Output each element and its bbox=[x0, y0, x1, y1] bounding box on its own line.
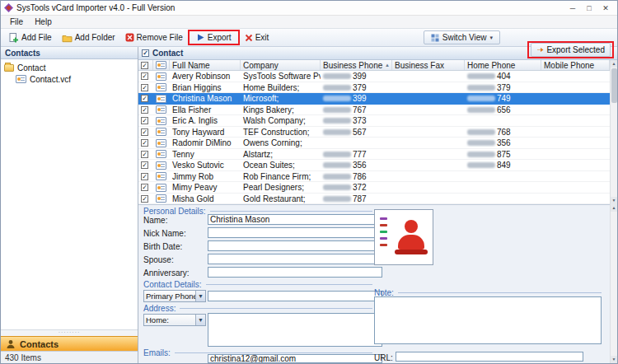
redacted-number-mask bbox=[467, 152, 495, 157]
note-field[interactable] bbox=[374, 296, 602, 344]
close-button[interactable]: ✕ bbox=[597, 2, 614, 14]
contact-card-icon bbox=[156, 72, 166, 81]
cell-business-phone: 567 bbox=[321, 127, 392, 138]
row-checkbox[interactable]: ✓ bbox=[141, 128, 148, 136]
spouse-field[interactable] bbox=[208, 254, 382, 264]
cell-home-phone bbox=[465, 171, 541, 182]
contact-card-icon bbox=[156, 139, 166, 147]
minimize-button[interactable]: ─ bbox=[564, 2, 581, 14]
primary-phone-field[interactable] bbox=[208, 291, 382, 301]
remove-file-icon bbox=[125, 33, 134, 42]
url-field[interactable] bbox=[396, 352, 583, 362]
person-silhouette-icon bbox=[405, 220, 418, 233]
scrollbar-thumb[interactable] bbox=[611, 68, 617, 103]
row-checkbox[interactable]: ✓ bbox=[141, 95, 148, 102]
menu-file[interactable]: File bbox=[4, 16, 29, 27]
add-file-button[interactable]: Add File bbox=[4, 31, 57, 44]
name-field[interactable] bbox=[208, 214, 382, 225]
contact-card-icon bbox=[156, 128, 166, 136]
scroll-up-icon[interactable]: ▲ bbox=[611, 60, 618, 68]
col-mobile-phone[interactable]: Mobile Phone bbox=[541, 60, 610, 70]
email-field[interactable] bbox=[208, 354, 382, 363]
add-folder-button[interactable]: Add Folder bbox=[57, 31, 120, 44]
row-checkbox[interactable]: ✓ bbox=[141, 184, 148, 191]
details-scrollbar[interactable]: ▲ ▼ bbox=[610, 204, 617, 363]
col-full-name[interactable]: Full Name bbox=[170, 60, 241, 70]
table-row[interactable]: ✓ Eric A. Inglis Walsh Company; 373 bbox=[138, 115, 610, 127]
menu-help[interactable]: Help bbox=[29, 16, 58, 27]
table-row[interactable]: ✓ Jimmy Rob Rob Finance Firm; 786 bbox=[138, 171, 610, 183]
cell-mobile-phone bbox=[541, 105, 610, 115]
table-row[interactable]: ✓ Brian Higgins Home Builders; 379 379 bbox=[138, 82, 610, 94]
nick-name-field[interactable] bbox=[208, 227, 382, 238]
row-checkbox[interactable]: ✓ bbox=[141, 151, 148, 158]
table-row[interactable]: ✓ Tenny Alstartz; 777 875 bbox=[138, 149, 610, 161]
phone-type-dropdown[interactable]: Primary Phone: ▼ bbox=[143, 290, 206, 302]
select-all-checkbox[interactable]: ✓ bbox=[141, 62, 148, 69]
row-checkbox[interactable]: ✓ bbox=[141, 84, 148, 91]
add-file-label: Add File bbox=[21, 33, 52, 42]
export-selected-button[interactable]: Export Selected bbox=[531, 43, 611, 57]
table-row[interactable]: ✓ Misha Gold Gold Restaurant; 787 bbox=[138, 194, 610, 205]
table-row[interactable]: ✓ Radomir DiMino Owens Corning; 356 bbox=[138, 138, 610, 149]
menubar: File Help bbox=[1, 16, 617, 29]
table-row[interactable]: ✓ Ella Fisher Kings Bakery; 767 656 bbox=[138, 105, 610, 116]
cell-mobile-phone bbox=[541, 194, 610, 204]
cell-full-name: Vesko Sutovic bbox=[170, 160, 241, 170]
table-row[interactable]: ✓ Avery Robinson SysTools Software Pvt. … bbox=[138, 71, 610, 82]
tree-item-contact-vcf[interactable]: Contact.vcf bbox=[4, 73, 138, 85]
anniversary-label: Anniversary: bbox=[143, 268, 190, 278]
switch-view-button[interactable]: Switch View ▾ bbox=[424, 30, 500, 44]
cell-full-name: Tenny bbox=[170, 149, 241, 160]
table-scrollbar[interactable]: ▲ ▼ bbox=[610, 60, 617, 204]
contact-table-body: ✓ Avery Robinson SysTools Software Pvt. … bbox=[138, 71, 617, 204]
col-company[interactable]: Company bbox=[241, 60, 321, 70]
table-row[interactable]: ✓ Vesko Sutovic Ocean Suites; 356 849 bbox=[138, 160, 610, 171]
cell-full-name: Eric A. Inglis bbox=[170, 115, 241, 126]
table-row[interactable]: ✓ Mimy Peavy Pearl Designers; 372 bbox=[138, 182, 610, 194]
row-checkbox[interactable]: ✓ bbox=[141, 106, 148, 114]
redacted-number-mask bbox=[467, 96, 495, 101]
col-business-fax[interactable]: Business Fax bbox=[392, 60, 465, 70]
cell-company: Owens Corning; bbox=[241, 138, 321, 148]
cell-business-fax bbox=[392, 82, 465, 93]
export-button[interactable]: Export bbox=[191, 31, 236, 44]
col-business-phone[interactable]: Business Phone▲ bbox=[321, 60, 392, 70]
row-checkbox[interactable]: ✓ bbox=[141, 72, 148, 80]
redacted-number-mask bbox=[323, 85, 351, 91]
panel-resize-grip[interactable]: ········ bbox=[1, 329, 138, 336]
export-icon bbox=[196, 33, 205, 42]
row-checkbox[interactable]: ✓ bbox=[141, 195, 148, 203]
scroll-down-icon[interactable]: ▼ bbox=[611, 197, 618, 204]
exit-button[interactable]: Exit bbox=[240, 31, 274, 44]
export-selected-icon bbox=[536, 46, 544, 54]
table-row[interactable]: ✓ Tony Hayward TEF Construction; 567 768 bbox=[138, 127, 610, 138]
cell-business-fax bbox=[392, 138, 465, 148]
scroll-down-icon[interactable]: ▼ bbox=[611, 356, 618, 363]
cell-home-phone: 356 bbox=[465, 138, 541, 148]
cell-home-phone: 656 bbox=[465, 105, 541, 115]
row-checkbox[interactable]: ✓ bbox=[141, 139, 148, 147]
cell-business-phone: 777 bbox=[321, 149, 392, 160]
cell-mobile-phone bbox=[541, 71, 610, 82]
tree-item-contact-folder[interactable]: Contact bbox=[4, 62, 138, 73]
maximize-button[interactable]: □ bbox=[581, 2, 597, 14]
birth-date-field[interactable] bbox=[208, 240, 382, 251]
redacted-number-mask bbox=[323, 118, 351, 124]
cell-full-name: Ella Fisher bbox=[170, 105, 241, 115]
cell-full-name: Radomir DiMino bbox=[170, 138, 241, 148]
tree-root-label: Contact bbox=[17, 63, 45, 72]
table-row[interactable]: ✓ Christina Mason Microsoft; 399 749 bbox=[138, 93, 610, 105]
anniversary-field[interactable] bbox=[208, 267, 382, 278]
contacts-nav-tab[interactable]: Contacts bbox=[1, 336, 138, 351]
contacts-tree: Contact Contact.vcf bbox=[1, 59, 138, 329]
address-field[interactable] bbox=[208, 313, 382, 347]
remove-file-button[interactable]: Remove File bbox=[120, 31, 188, 44]
row-checkbox[interactable]: ✓ bbox=[141, 161, 148, 169]
row-checkbox[interactable]: ✓ bbox=[141, 173, 148, 180]
row-checkbox[interactable]: ✓ bbox=[141, 117, 148, 124]
col-home-phone[interactable]: Home Phone bbox=[465, 60, 541, 70]
url-label: URL: bbox=[374, 353, 393, 362]
scroll-up-icon[interactable]: ▲ bbox=[611, 204, 618, 212]
address-type-dropdown[interactable]: Home: ▼ bbox=[143, 314, 206, 326]
